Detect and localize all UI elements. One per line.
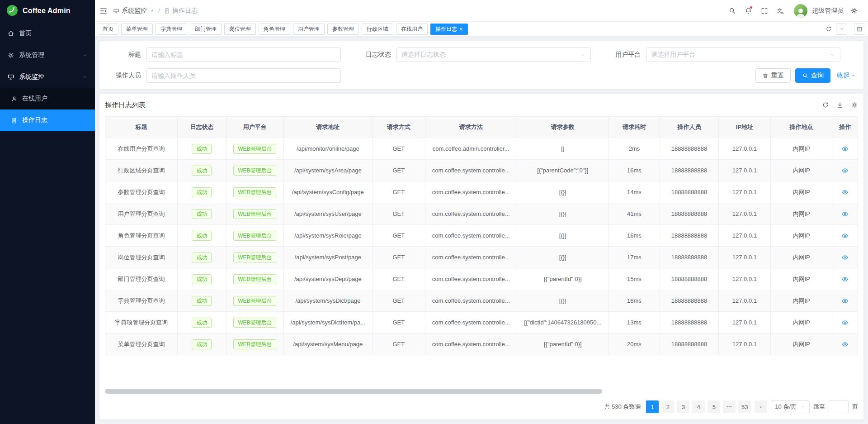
action-cell xyxy=(832,247,858,268)
table-cell: 角色管理分页查询 xyxy=(105,225,178,247)
sidebar-subitem[interactable]: 在线用户 xyxy=(0,88,95,110)
view-detail-button[interactable] xyxy=(841,341,849,348)
table-cell: 18888888888 xyxy=(660,268,719,290)
page-size-select[interactable]: 10 条/页 xyxy=(771,400,810,413)
table-cell: 127.0.0.1 xyxy=(718,247,770,268)
pager-ellipsis[interactable]: ••• xyxy=(723,400,736,413)
export-icon[interactable] xyxy=(836,101,844,109)
refresh-tabs-icon[interactable] xyxy=(826,26,832,32)
search-button[interactable]: 查询 xyxy=(795,68,830,83)
tab-item[interactable]: 字典管理 xyxy=(156,24,187,35)
table-cell: /api/system/sysDict/page xyxy=(283,290,372,312)
user-name: 超级管理员 xyxy=(812,7,844,15)
table-cell: 18888888888 xyxy=(660,247,719,268)
table-cell: [{}] xyxy=(517,203,609,225)
tab-item[interactable]: 角色管理 xyxy=(259,24,290,35)
title-filter-input[interactable] xyxy=(146,48,341,62)
sidebar-item-label: 系统管理 xyxy=(19,51,78,59)
table-cell: 内网IP xyxy=(770,290,832,312)
column-header: 日志状态 xyxy=(177,117,226,138)
tab-item[interactable]: 菜单管理 xyxy=(121,24,153,35)
column-header: 操作人员 xyxy=(660,117,719,138)
tab-item[interactable]: 行政区域 xyxy=(362,24,393,35)
title-filter-label: 标题 xyxy=(107,51,146,59)
menu-collapse-icon[interactable] xyxy=(95,0,112,22)
page-button[interactable]: 3 xyxy=(677,400,689,413)
close-icon[interactable]: × xyxy=(459,26,463,32)
page-button[interactable]: 1 xyxy=(646,400,659,413)
tab-item[interactable]: 部门管理 xyxy=(190,24,222,35)
table-cell: GET xyxy=(373,181,425,203)
view-detail-button[interactable] xyxy=(841,145,849,152)
platform-tag: WEB管理后台 xyxy=(233,166,276,176)
table-cell: 16ms xyxy=(609,225,660,247)
page-button[interactable]: 5 xyxy=(708,400,720,413)
view-detail-button[interactable] xyxy=(841,232,849,239)
scrollbar-thumb[interactable] xyxy=(105,389,602,394)
user-icon xyxy=(11,95,18,102)
log-status-cell: 成功 xyxy=(177,268,226,290)
sidebar-item[interactable]: 系统监控 xyxy=(0,66,95,88)
sidebar-item[interactable]: 首页 xyxy=(0,23,95,44)
jump-page-input[interactable] xyxy=(829,400,849,413)
platform-cell: WEB管理后台 xyxy=(226,268,284,290)
table-cell: 14ms xyxy=(609,181,660,203)
table-row: 部门管理分页查询成功WEB管理后台/api/system/sysDept/pag… xyxy=(105,268,858,290)
search-icon[interactable] xyxy=(724,0,740,22)
collapse-link[interactable]: 收起 xyxy=(837,71,856,80)
view-detail-button[interactable] xyxy=(841,276,849,283)
sidebar-item[interactable]: 系统管理 xyxy=(0,44,95,66)
fullscreen-icon[interactable] xyxy=(757,0,772,22)
action-cell xyxy=(832,225,858,247)
pagination: 共 530 条数据 12345•••53 10 条/页 跳至 页 xyxy=(105,396,858,419)
app-logo[interactable]: Coffee Admin xyxy=(0,0,95,22)
view-detail-button[interactable] xyxy=(841,297,849,305)
page-button[interactable]: 53 xyxy=(738,400,751,413)
filter-actions: 重置 查询 收起 xyxy=(606,68,856,83)
log-status-cell: 成功 xyxy=(177,290,226,312)
translate-icon[interactable]: 文A xyxy=(773,0,788,22)
breadcrumb-label: 操作日志 xyxy=(172,7,198,15)
platform-cell: WEB管理后台 xyxy=(226,225,284,247)
tab-label: 字典管理 xyxy=(160,25,182,33)
view-detail-button[interactable] xyxy=(841,319,849,326)
table-cell: com.coffee.system.controlle... xyxy=(425,181,517,203)
reset-button[interactable]: 重置 xyxy=(755,68,791,83)
view-detail-button[interactable] xyxy=(841,210,849,218)
column-settings-icon[interactable] xyxy=(851,101,858,109)
view-detail-button[interactable] xyxy=(841,254,849,261)
tab-label: 在线用户 xyxy=(401,25,423,33)
table-cell: com.coffee.system.controlle... xyxy=(425,290,517,312)
tab-active[interactable]: 操作日志× xyxy=(430,24,468,35)
layout-settings-icon[interactable] xyxy=(854,24,865,35)
operator-filter-input[interactable] xyxy=(146,68,341,83)
tab-actions-dropdown[interactable] xyxy=(836,24,847,35)
page-button[interactable]: 2 xyxy=(661,400,674,413)
log-status-cell: 成功 xyxy=(177,225,226,247)
tab-item[interactable]: 参数管理 xyxy=(327,24,359,35)
table-cell: 字典项管理分页查询 xyxy=(105,312,178,333)
avatar[interactable] xyxy=(794,4,807,18)
page-button[interactable]: 4 xyxy=(692,400,705,413)
view-detail-button[interactable] xyxy=(841,189,849,196)
view-detail-button[interactable] xyxy=(841,167,849,174)
trash-icon xyxy=(762,72,769,79)
table-cell: /api/system/sysDept/page xyxy=(283,268,372,290)
page-list: 12345•••53 xyxy=(646,400,751,413)
status-filter-select[interactable]: 请选择日志状态 xyxy=(396,48,591,62)
platform-filter-select[interactable]: 请选择用户平台 xyxy=(646,48,840,62)
refresh-icon[interactable] xyxy=(822,101,829,109)
tab-item[interactable]: 岗位管理 xyxy=(224,24,256,35)
column-header: IP地址 xyxy=(718,117,770,138)
notification-bell-icon[interactable] xyxy=(741,0,756,22)
tab-label: 部门管理 xyxy=(195,25,217,33)
next-page-button[interactable] xyxy=(755,400,767,413)
tab-item[interactable]: 用户管理 xyxy=(293,24,325,35)
breadcrumb-item-monitor[interactable]: 系统监控 xyxy=(113,7,155,15)
sidebar-subitem[interactable]: 操作日志 xyxy=(0,110,95,131)
settings-gear-icon[interactable] xyxy=(846,0,862,22)
tab-item[interactable]: 在线用户 xyxy=(396,24,428,35)
table-row: 行政区域分页查询成功WEB管理后台/api/system/sysArea/pag… xyxy=(105,160,858,181)
tab-item[interactable]: 首页 xyxy=(98,24,118,35)
platform-cell: WEB管理后台 xyxy=(226,333,284,355)
